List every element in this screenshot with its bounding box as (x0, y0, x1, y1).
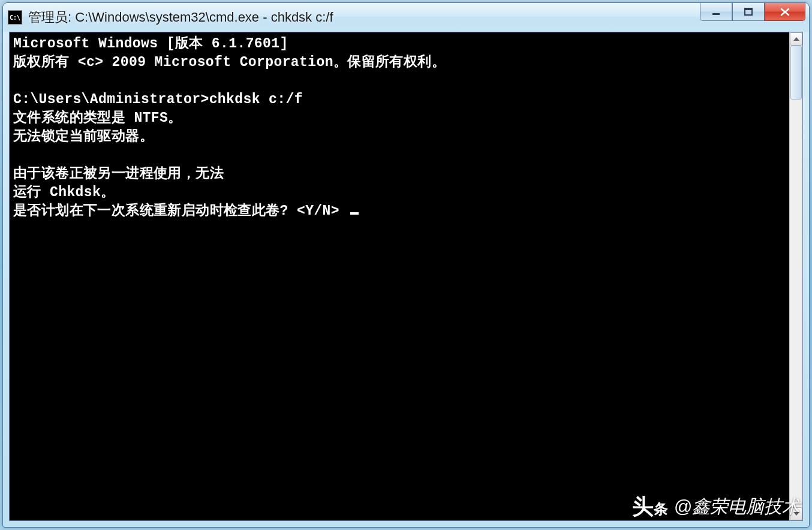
console-output[interactable]: Microsoft Windows [版本 6.1.7601] 版权所有 <c>… (10, 32, 789, 520)
cursor (350, 212, 359, 215)
console-line: 是否计划在下一次系统重新启动时检查此卷? <Y/N> (13, 203, 348, 219)
console-line: C:\Users\Administrator>chkdsk c:/f (13, 92, 303, 107)
scroll-up-button[interactable] (790, 32, 802, 46)
console-line: 由于该卷正被另一进程使用，无法 (13, 166, 224, 182)
maximize-button[interactable] (732, 3, 765, 21)
svg-rect-2 (745, 8, 752, 10)
console-line: 文件系统的类型是 NTFS。 (13, 110, 182, 126)
console-line: Microsoft Windows [版本 6.1.7601] (13, 36, 288, 52)
window-controls (700, 3, 805, 21)
scroll-thumb[interactable] (790, 46, 802, 100)
window-title: 管理员: C:\Windows\system32\cmd.exe - chkds… (28, 8, 804, 26)
scroll-down-button[interactable] (790, 507, 802, 520)
svg-rect-0 (712, 13, 720, 15)
close-button[interactable] (765, 3, 805, 21)
scroll-track[interactable] (790, 46, 802, 507)
console-line: 无法锁定当前驱动器。 (13, 129, 154, 144)
console-line: 版权所有 <c> 2009 Microsoft Corporation。保留所有… (13, 55, 446, 70)
vertical-scrollbar[interactable] (789, 32, 802, 520)
console-line: 运行 Chkdsk。 (13, 185, 115, 200)
minimize-button[interactable] (700, 3, 732, 21)
client-area: Microsoft Windows [版本 6.1.7601] 版权所有 <c>… (9, 32, 803, 521)
cmd-icon: C:\ (8, 10, 22, 25)
titlebar[interactable]: C:\ 管理员: C:\Windows\system32\cmd.exe - c… (3, 3, 809, 32)
cmd-window: C:\ 管理员: C:\Windows\system32\cmd.exe - c… (2, 2, 810, 528)
